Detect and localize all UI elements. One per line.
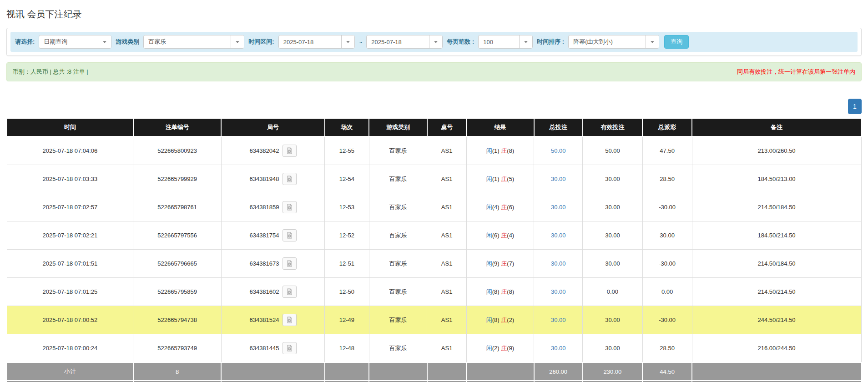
chevron-down-icon[interactable]	[646, 35, 659, 48]
date-to-select[interactable]: 2025-07-18	[366, 35, 443, 49]
result-banker-label: 庄	[501, 147, 507, 154]
pagination-top: 1	[6, 99, 862, 114]
cell-time: 2025-07-18 07:00:24	[7, 334, 133, 363]
video-replay-button[interactable]	[283, 286, 297, 298]
per-page-select[interactable]: 100	[478, 35, 533, 49]
chevron-down-icon[interactable]	[98, 35, 111, 48]
chevron-down-icon[interactable]	[231, 35, 244, 48]
header-bet-id: 注单编号	[133, 118, 221, 136]
header-time: 时间	[7, 118, 133, 136]
video-file-icon	[286, 288, 293, 295]
header-session: 场次	[325, 118, 369, 136]
date-from-select[interactable]: 2025-07-18	[278, 35, 355, 49]
table-row: 2025-07-18 07:02:57 522665798761 6343818…	[7, 193, 861, 221]
subtotal-count: 8	[133, 362, 221, 381]
subtotal-row: 小计 8 260.00 230.00 44.50	[7, 362, 861, 381]
total-bet-link[interactable]: 30.00	[551, 345, 566, 352]
filter-bar: 请选择: 日期查询 游戏类别 百家乐 时间区间: 2025-07-18 ~ 20…	[10, 32, 858, 52]
cell-result: 闲(1) 庄(8)	[466, 136, 534, 165]
total-bet-link[interactable]: 30.00	[551, 288, 566, 295]
header-valid-bet: 有效投注	[583, 118, 642, 136]
time-sort-select[interactable]: 降幂(由大到小)	[568, 35, 659, 49]
header-payout: 总派彩	[642, 118, 692, 136]
search-button[interactable]: 查询	[664, 35, 689, 49]
result-banker-score: (8)	[507, 288, 514, 295]
round-number: 634381524	[249, 317, 279, 323]
total-bet-link[interactable]: 50.00	[551, 147, 566, 154]
result-player-score: (2)	[492, 345, 500, 352]
game-type-select[interactable]: 百家乐	[143, 35, 244, 49]
cell-round-id: 634381602	[221, 278, 324, 306]
header-total-bet: 总投注	[534, 118, 583, 136]
cell-time: 2025-07-18 07:00:52	[7, 306, 133, 334]
result-banker-score: (8)	[507, 147, 514, 154]
subtotal-payout: 44.50	[642, 362, 692, 381]
result-player-label: 闲	[486, 345, 492, 352]
video-replay-button[interactable]	[283, 173, 297, 185]
video-replay-button[interactable]	[283, 201, 297, 213]
cell-table-no: AS1	[427, 165, 466, 193]
result-player-score: (6)	[492, 232, 500, 239]
chevron-down-icon[interactable]	[429, 35, 442, 48]
result-banker-label: 庄	[501, 288, 507, 295]
total-bet-link[interactable]: 30.00	[551, 317, 566, 323]
per-page-value: 100	[479, 35, 519, 48]
video-replay-button[interactable]	[283, 342, 297, 354]
cell-session: 12-49	[325, 306, 369, 334]
total-bet-link[interactable]: 30.00	[551, 176, 566, 182]
chevron-down-icon[interactable]	[341, 35, 354, 48]
chevron-down-icon[interactable]	[519, 35, 532, 48]
cell-bet-id: 522665793749	[133, 334, 221, 363]
video-replay-button[interactable]	[283, 229, 297, 241]
cell-payout: 28.50	[642, 334, 692, 363]
total-bet-link[interactable]: 30.00	[551, 232, 566, 239]
video-file-icon	[286, 345, 293, 352]
subtotal-total-bet: 260.00	[534, 362, 583, 381]
video-file-icon	[286, 147, 293, 154]
cell-time: 2025-07-18 07:01:51	[7, 250, 133, 278]
result-banker-label: 庄	[501, 260, 507, 267]
page-title: 视讯 会员下注纪录	[6, 8, 862, 20]
video-replay-button[interactable]	[283, 257, 297, 270]
video-replay-button[interactable]	[283, 314, 297, 326]
cell-result: 闲(6) 庄(4)	[466, 221, 534, 250]
cell-remark: 214.50/184.50	[692, 250, 861, 278]
cell-remark: 244.50/214.50	[692, 306, 861, 334]
result-banker-score: (6)	[507, 204, 514, 211]
cell-round-id: 634381524	[221, 306, 324, 334]
cell-result: 闲(4) 庄(6)	[466, 193, 534, 221]
round-number: 634382042	[249, 147, 279, 154]
cell-game: 百家乐	[369, 165, 427, 193]
cell-total-bet: 30.00	[534, 193, 583, 221]
date-to-value: 2025-07-18	[367, 35, 429, 48]
cell-round-id: 634381859	[221, 193, 324, 221]
cell-session: 12-52	[325, 221, 369, 250]
cell-table-no: AS1	[427, 334, 466, 363]
total-bet-link[interactable]: 30.00	[551, 204, 566, 211]
cell-payout: -30.00	[642, 250, 692, 278]
cell-time: 2025-07-18 07:04:06	[7, 136, 133, 165]
per-page-label: 每页笔数 :	[447, 38, 474, 46]
total-bet-link[interactable]: 30.00	[551, 260, 566, 267]
subtotal-valid-bet: 230.00	[583, 362, 642, 381]
video-replay-button[interactable]	[283, 145, 297, 157]
result-player-label: 闲	[486, 288, 492, 295]
result-banker-score: (5)	[507, 176, 514, 182]
table-row: 2025-07-18 07:04:06 522665800923 6343820…	[7, 136, 861, 165]
round-number: 634381602	[249, 288, 279, 295]
result-banker-label: 庄	[501, 204, 507, 211]
cell-table-no: AS1	[427, 306, 466, 334]
result-player-label: 闲	[486, 317, 492, 323]
cell-bet-id: 522665794738	[133, 306, 221, 334]
cell-game: 百家乐	[369, 193, 427, 221]
query-type-value: 日期查询	[39, 35, 98, 48]
cell-bet-id: 522665800923	[133, 136, 221, 165]
table-row: 2025-07-18 07:00:52 522665794738 6343815…	[7, 306, 861, 334]
result-player-label: 闲	[486, 204, 492, 211]
cell-game: 百家乐	[369, 136, 427, 165]
query-type-select[interactable]: 日期查询	[39, 35, 111, 49]
cell-game: 百家乐	[369, 278, 427, 306]
round-number: 634381859	[249, 204, 279, 211]
page-1-button[interactable]: 1	[848, 99, 862, 114]
cell-table-no: AS1	[427, 136, 466, 165]
